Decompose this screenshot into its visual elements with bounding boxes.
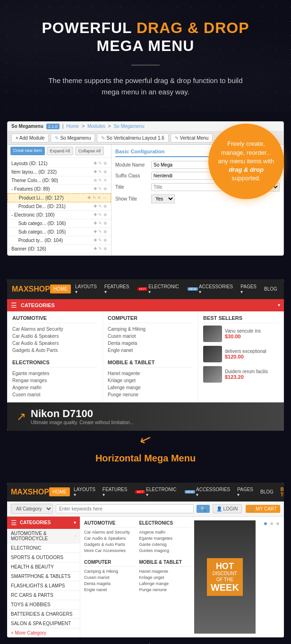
dot-1[interactable] bbox=[264, 522, 267, 525]
show-title-select[interactable]: Yes bbox=[151, 194, 175, 203]
expand-all-button[interactable]: Expand All bbox=[47, 147, 74, 155]
mega-link[interactable]: Cusen mariot bbox=[108, 333, 193, 340]
shop2-link[interactable]: Denta magela bbox=[84, 581, 135, 587]
shop2-link[interactable]: Guntes magocg bbox=[139, 548, 190, 554]
mega-link[interactable]: Angene mafin bbox=[12, 384, 98, 391]
nav-item-layouts[interactable]: LAYOUTS ▾ bbox=[72, 282, 100, 296]
tab-so-megamenu[interactable]: ✎ So Megamenu bbox=[51, 134, 95, 142]
sidebar-item-electronic[interactable]: ELECTRONIC bbox=[7, 544, 80, 553]
tree-item-electronic[interactable]: - Electronic (ID: 100) ✚ ✎ ⊕ bbox=[8, 211, 111, 219]
tree-item-banner[interactable]: Banner (ID: 126) ✚ ✎ ⊕ bbox=[8, 245, 111, 253]
admin-breadcrumb-modules[interactable]: Modules bbox=[87, 124, 105, 129]
mega-link[interactable]: Denta magela bbox=[108, 340, 193, 347]
nav2-blog[interactable]: BLOG bbox=[257, 487, 277, 496]
shop2-link[interactable]: Punge nenune bbox=[139, 587, 190, 593]
shop2-link[interactable]: Car Audio & Speakers bbox=[84, 535, 135, 542]
sidebar-item-salon[interactable]: SALON & SPA EQUIPMENT bbox=[7, 619, 80, 628]
shop2-link[interactable]: Egante mangetes bbox=[139, 535, 190, 542]
shop2-link[interactable]: Cusen mariot bbox=[84, 575, 135, 581]
shop2-link[interactable]: Camping & Hiking bbox=[84, 569, 135, 575]
sidebar-item-automotive[interactable]: AUTOMOTIVE & MOTOROCYCLE › bbox=[7, 529, 80, 544]
mega-link[interactable]: Lafenge mange bbox=[108, 384, 193, 391]
sidebar-item-toys[interactable]: TOYS & HOBBIES bbox=[7, 600, 80, 610]
edit-icon: ✎ bbox=[55, 135, 59, 141]
shop2-link[interactable]: Car Alarms and Security bbox=[84, 529, 135, 535]
nav-item-buy-themes[interactable]: BUY THEMES! bbox=[282, 282, 284, 296]
cart-button[interactable]: 🛒 MY CART bbox=[246, 505, 280, 513]
best-sellers-column: BEST SELLERS Vanu sencute ins $30.00 del… bbox=[198, 311, 283, 402]
shop2-link[interactable]: Lafenge mange bbox=[139, 581, 190, 587]
dot-2[interactable] bbox=[270, 522, 273, 525]
mega-link[interactable]: Car Alarms and Security bbox=[12, 326, 98, 333]
mega-link[interactable]: Gadgets & Auto Parts bbox=[12, 347, 98, 354]
tree-item-product-de[interactable]: Product De... (ID: 231) ✚ ✎ ⊕ bbox=[8, 202, 111, 211]
shop-nav: HOME LAYOUTS ▾ FEATURES ▾ HOT ELECTRONIC… bbox=[50, 282, 284, 296]
tab-vertical-menu[interactable]: ✎ Vertical Menu bbox=[171, 134, 213, 142]
sidebar-item-rc-cars[interactable]: RC CARS & PARTS bbox=[7, 591, 80, 600]
mega-link[interactable]: Engle nanet bbox=[108, 347, 193, 354]
nav-item-pages[interactable]: PAGES ▾ bbox=[237, 282, 260, 296]
tab-add-module[interactable]: + Add Module bbox=[11, 134, 49, 142]
shop2-link[interactable]: Hanet magente bbox=[139, 569, 190, 575]
collapse-all-button[interactable]: Collapse All bbox=[75, 147, 104, 155]
create-item-button[interactable]: Creat new item bbox=[10, 147, 45, 155]
sidebar-item-batteries[interactable]: BATTEREIES & CHARGERS bbox=[7, 610, 80, 619]
suffix-class-label: Suffix Class bbox=[115, 173, 148, 178]
mega-link[interactable]: Car Audio & Speakers bbox=[12, 333, 98, 340]
category-select[interactable]: All Category bbox=[11, 504, 53, 514]
nav2-pages[interactable]: PAGES ▾ bbox=[234, 485, 257, 499]
shop2-link[interactable]: Angene mafin bbox=[139, 529, 190, 535]
mega-link[interactable]: Cusen mariot bbox=[12, 391, 98, 398]
search-button[interactable]: 🔍 bbox=[197, 505, 210, 513]
tab-vertical-layout[interactable]: ✎ So Verticalmenu Layout 1.6 bbox=[97, 134, 168, 142]
login-button[interactable]: 👤 LOGIN bbox=[213, 504, 242, 513]
shop2-link[interactable]: More Car Accessories bbox=[84, 548, 135, 554]
tree-item-product-list[interactable]: Product Li... (ID: 127) ✚ ✎ ✕ ↔ bbox=[8, 193, 111, 202]
nav2-features[interactable]: FEATURES ▾ bbox=[99, 485, 131, 499]
nav2-buy-themes[interactable]: BUY THEMES! bbox=[277, 485, 284, 499]
mega-link[interactable]: Egante mangetes bbox=[12, 370, 98, 377]
sidebar-item-smartphone[interactable]: SMARTPHONE & TABLETS bbox=[7, 572, 80, 581]
mega-link[interactable]: Knlage unget bbox=[108, 377, 193, 384]
tree-item-features[interactable]: - Features (ID: 89) ✚ ✎ ⊕ bbox=[8, 185, 111, 193]
nav2-layouts[interactable]: LAYOUTS ▾ bbox=[70, 485, 99, 499]
mega-link[interactable]: Punge nenune bbox=[108, 391, 193, 398]
edit-icon3: ✎ bbox=[175, 135, 179, 141]
tree-item-sub2[interactable]: Sub catego... (ID: 105) ✚ ✎ ⊕ bbox=[8, 228, 111, 236]
shop2-link[interactable]: Knlage unget bbox=[139, 575, 190, 581]
shop2-link[interactable]: Gante cvtersig bbox=[139, 542, 190, 548]
dot-3[interactable] bbox=[276, 522, 279, 525]
best-seller-item: delivers exceptional $120.00 bbox=[203, 346, 279, 362]
callout-circle: Freely create, manage, reorder... any me… bbox=[208, 124, 284, 199]
sidebar-item-flashlights[interactable]: FLASHLIGHTS & LAMPS bbox=[7, 581, 80, 591]
admin-breadcrumb-home[interactable]: Home bbox=[66, 124, 79, 129]
nav-item-blog[interactable]: BLOG bbox=[261, 284, 281, 293]
admin-breadcrumb-current[interactable]: So Megamenu bbox=[114, 124, 145, 129]
shop2-nav: HOME LAYOUTS ▾ FEATURES ▾ HOT ELECTRONIC… bbox=[49, 485, 284, 499]
nav-item-home[interactable]: HOME bbox=[50, 284, 71, 293]
nav2-electronic[interactable]: HOT ELECTRONIC ▾ bbox=[131, 485, 180, 499]
tree-item[interactable]: Item layou... (ID: 232) ✚ ✎ ⊕ bbox=[8, 168, 111, 176]
mega-link[interactable]: Car Audio & Speakers bbox=[12, 340, 98, 347]
mega-link[interactable]: Hanet magente bbox=[108, 370, 193, 377]
sidebar-item-health[interactable]: HEALTH & BEAUTY bbox=[7, 562, 80, 572]
shop2-mega-area: AUTOMOTIVE Car Alarms and Security Car A… bbox=[80, 517, 284, 637]
sidebar-item-sports[interactable]: SPORTS & OUTDOORS bbox=[7, 553, 80, 562]
tree-item[interactable]: Theme Colo... (ID: 90) ⊕ ✎ ✕ bbox=[8, 176, 111, 185]
nav-item-electronic[interactable]: HOT ELECTRONIC ▾ bbox=[133, 282, 182, 296]
shop2-link[interactable]: Engte nanet bbox=[84, 587, 135, 593]
search-input[interactable] bbox=[56, 504, 194, 513]
mega-link[interactable]: Camping & Hiking bbox=[108, 326, 193, 333]
tree-item-product-ty[interactable]: Product ty... (ID: 104) ✚ ✎ ⊕ bbox=[8, 236, 111, 245]
nav-item-accessories[interactable]: NEW ACCESSORIES ▾ bbox=[183, 282, 237, 296]
more-category[interactable]: + More Category bbox=[7, 628, 80, 637]
shop2-title-auto: AUTOMOTIVE bbox=[84, 520, 135, 527]
nav2-accessories[interactable]: NEW ACCESSORIES ▾ bbox=[180, 485, 234, 499]
nav-item-features[interactable]: FEATURES ▾ bbox=[101, 282, 133, 296]
nav2-home[interactable]: HOME bbox=[49, 487, 70, 496]
mega-link[interactable]: Rengae manges bbox=[12, 377, 98, 384]
tree-item-sub1[interactable]: Sub catego... (ID: 106) ✚ ✎ ⊕ bbox=[8, 219, 111, 228]
shop-categories-bar[interactable]: ☰ CATEGORIES ▾ bbox=[7, 299, 284, 311]
shop2-link[interactable]: Gadgets & Auto Parts bbox=[84, 542, 135, 548]
tree-item[interactable]: Layouts (ID: 121) ✚ ✎ ⊕ bbox=[8, 159, 111, 168]
